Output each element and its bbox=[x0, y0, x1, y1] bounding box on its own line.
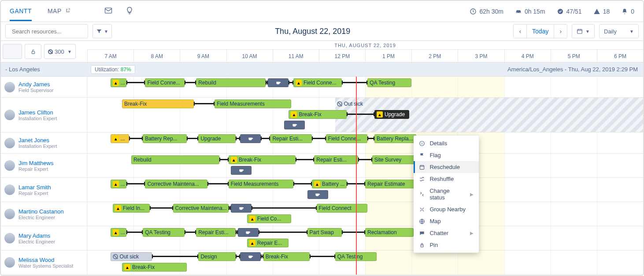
appointment-label: Break-Fix bbox=[124, 101, 147, 107]
context-menu-item[interactable]: Flag bbox=[414, 149, 479, 161]
appointment[interactable]: ▲Break-Fix bbox=[122, 263, 187, 272]
resource-role: Repair Expert bbox=[19, 191, 51, 196]
appointment[interactable]: Field Conne... bbox=[145, 78, 184, 87]
appointment[interactable]: QA Testing bbox=[335, 252, 377, 261]
appointment[interactable]: Corrective Maintena... bbox=[145, 180, 207, 188]
appointment[interactable]: Battery Rep... bbox=[143, 134, 187, 143]
tab-gantt[interactable]: GANTT bbox=[10, 1, 32, 21]
date-next-button[interactable]: › bbox=[554, 25, 567, 38]
lane[interactable]: Break-FixField MeasurementsOut sick▲Brea… bbox=[87, 98, 643, 132]
search-input[interactable] bbox=[12, 28, 86, 35]
appointment-label: Battery Rep... bbox=[145, 136, 177, 142]
context-menu-item[interactable]: Pin bbox=[414, 239, 479, 251]
lane[interactable]: ▲Field In...Corrective Maintena...Field … bbox=[87, 202, 643, 226]
resource-cell[interactable]: Martino CastanonElectric Engineer bbox=[1, 202, 87, 226]
appointment[interactable]: Part Swap bbox=[307, 228, 342, 237]
appointment[interactable]: Repair Esti... bbox=[314, 155, 358, 164]
lane[interactable]: Rebuild▲Break-FixRepair Esti...Site Surv… bbox=[87, 154, 643, 177]
context-menu-item[interactable]: Chatter▶ bbox=[414, 227, 479, 239]
context-menu-item[interactable]: Reshuffle bbox=[414, 173, 479, 185]
appointment[interactable]: Repair Esti... bbox=[196, 228, 235, 237]
appointment[interactable]: Corrective Maintena... bbox=[173, 204, 229, 213]
tab-map[interactable]: MAP bbox=[48, 1, 70, 21]
appointment[interactable]: ▲... bbox=[111, 180, 127, 188]
appointment[interactable]: ▲Field Co... bbox=[247, 214, 291, 223]
resource-cell[interactable]: Melissa WoodWater Systems Specialist bbox=[1, 250, 87, 274]
appointment[interactable]: Field Connect bbox=[317, 204, 368, 213]
appointment[interactable]: Field Measurements bbox=[215, 99, 291, 108]
view-mode-select[interactable]: Daily ▼ bbox=[599, 24, 639, 38]
appointment[interactable]: Break-Fix bbox=[122, 99, 194, 108]
resource-cell[interactable]: Jim MatthewsRepair Expert bbox=[1, 154, 87, 177]
resource-cell[interactable]: Lamar SmithRepair Expert bbox=[1, 178, 87, 202]
appointment[interactable]: ▲Break-Fix bbox=[229, 155, 296, 164]
appointment-label: Upgrade bbox=[385, 111, 405, 118]
context-menu-item[interactable]: Reschedule bbox=[414, 161, 479, 173]
resource-name: Andy James bbox=[19, 81, 53, 88]
lane[interactable]: ▲...Field Conne...Rebuild▲Field Conne...… bbox=[87, 77, 643, 97]
calendar-menu[interactable]: ▼ bbox=[572, 24, 595, 38]
appointment[interactable]: ▲... bbox=[111, 228, 127, 237]
break-slot[interactable] bbox=[238, 228, 259, 237]
appointment[interactable]: ▲... bbox=[111, 134, 129, 143]
appointment[interactable]: Rebuild bbox=[196, 78, 266, 87]
resource-cell[interactable]: James CliftonInstallation Expert bbox=[1, 98, 87, 132]
appointment[interactable]: QA Testing bbox=[367, 78, 411, 87]
appointment[interactable]: ▲Battery ... bbox=[312, 180, 347, 188]
appointment[interactable]: Upgrade bbox=[198, 134, 235, 143]
break-slot[interactable] bbox=[231, 166, 252, 175]
appointment-label: Design bbox=[200, 254, 217, 260]
zoom-select[interactable]: 300 ▼ bbox=[44, 44, 76, 59]
appointment[interactable]: Site Survey bbox=[372, 155, 416, 164]
search-resources[interactable] bbox=[5, 24, 88, 38]
appointment[interactable]: Design bbox=[198, 252, 235, 261]
context-menu-item[interactable]: Map bbox=[414, 215, 479, 227]
center-date-label: Thu, August 22, 2019 bbox=[112, 27, 513, 36]
context-menu-item[interactable]: Change status▶ bbox=[414, 185, 479, 203]
appointment[interactable]: ▲Break-Fix bbox=[289, 110, 346, 119]
resource-cell[interactable]: Janet JonesInstallation Expert bbox=[1, 132, 87, 153]
appointment[interactable]: ▲... bbox=[111, 78, 127, 87]
break-slot[interactable] bbox=[284, 121, 305, 129]
appointment[interactable]: Break-Fix bbox=[263, 252, 310, 261]
break-slot[interactable] bbox=[307, 190, 328, 199]
appointment-label: Field Conne... bbox=[147, 80, 180, 86]
lock-button[interactable] bbox=[25, 44, 41, 59]
appointment[interactable]: Out sick bbox=[111, 252, 152, 261]
kpi-schedule-time: 62h 30m bbox=[470, 8, 503, 15]
resource-cell[interactable]: Andy JamesField Supervisor bbox=[1, 77, 87, 97]
appointment[interactable]: ▲Repair E... bbox=[247, 239, 289, 247]
filter-button[interactable]: ▼ bbox=[93, 24, 112, 38]
break-slot[interactable] bbox=[268, 78, 289, 87]
mail-icon[interactable] bbox=[104, 6, 113, 16]
appointment[interactable]: Field Measurements bbox=[229, 180, 293, 188]
warning-icon: ▲ bbox=[377, 111, 383, 118]
appointment[interactable]: QA Testing bbox=[143, 228, 185, 237]
appointment[interactable]: Battery Repla... bbox=[374, 134, 416, 143]
lane[interactable]: ▲...QA TestingRepair Esti...Part SwapRec… bbox=[87, 226, 643, 250]
date-prev-button[interactable]: ‹ bbox=[514, 25, 526, 38]
region-toggle[interactable]: - Los Angeles bbox=[1, 66, 87, 73]
appointment[interactable]: Field Conne... bbox=[326, 134, 368, 143]
context-menu-item[interactable]: Group Nearby bbox=[414, 203, 479, 215]
appointment[interactable]: ▲Field Conne... bbox=[293, 78, 342, 87]
travel-segment bbox=[185, 232, 196, 233]
today-button[interactable]: Today bbox=[526, 25, 554, 38]
appointment[interactable]: ▲Upgrade bbox=[374, 110, 409, 119]
context-menu-item[interactable]: Details bbox=[414, 137, 479, 149]
appointment[interactable]: Repair Estimate bbox=[365, 180, 416, 188]
appointment[interactable]: Rebuild bbox=[131, 155, 219, 164]
appointment[interactable]: ▲Field In... bbox=[113, 204, 150, 213]
lane[interactable]: ▲...Corrective Maintena...Field Measurem… bbox=[87, 178, 643, 202]
appointment[interactable]: Reclamation bbox=[365, 228, 414, 237]
travel-segment bbox=[194, 103, 215, 104]
break-slot[interactable] bbox=[240, 134, 261, 143]
lane[interactable]: Out sickDesignBreak-FixQA Testing▲Break-… bbox=[87, 250, 643, 274]
break-slot[interactable] bbox=[240, 252, 261, 261]
lane[interactable]: ▲...Battery Rep...UpgradeRepair Esti...F… bbox=[87, 132, 643, 153]
break-slot[interactable] bbox=[231, 204, 252, 213]
lightbulb-icon[interactable] bbox=[125, 6, 134, 16]
resource-cell[interactable]: Mary AdamsElectric Engineer bbox=[1, 226, 87, 250]
appointment-label: QA Testing bbox=[337, 254, 363, 260]
appointment[interactable]: Repair Esti... bbox=[270, 134, 312, 143]
